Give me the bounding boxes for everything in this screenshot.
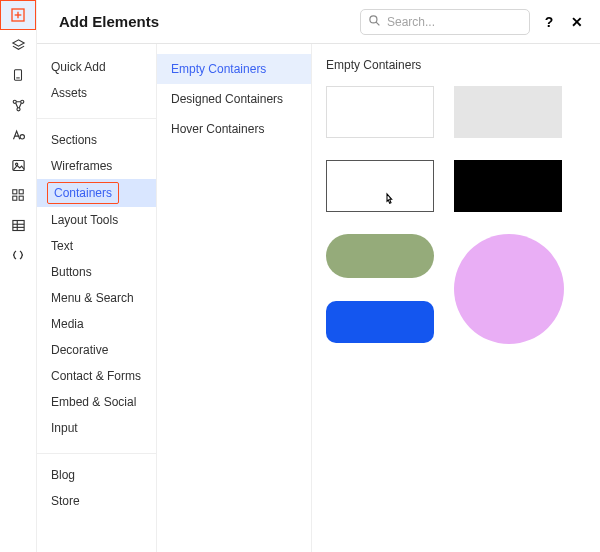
category-item[interactable]: Text — [37, 233, 156, 259]
apps-icon[interactable] — [0, 180, 36, 210]
category-item[interactable]: Quick Add — [37, 54, 156, 80]
category-item[interactable]: Menu & Search — [37, 285, 156, 311]
category-item[interactable]: Assets — [37, 80, 156, 106]
panel-header: Add Elements ? ✕ — [37, 0, 600, 44]
category-group: Quick AddAssets — [37, 54, 156, 114]
subcategory-item[interactable]: Designed Containers — [157, 84, 311, 114]
search-input[interactable] — [360, 9, 530, 35]
category-item-label: Containers — [47, 182, 119, 204]
svg-point-20 — [370, 15, 377, 22]
icon-rail — [0, 0, 36, 552]
svg-line-21 — [376, 22, 379, 25]
preview-heading: Empty Containers — [326, 58, 588, 72]
close-button[interactable]: ✕ — [568, 14, 586, 30]
container-white[interactable] — [326, 86, 434, 138]
search-icon — [368, 13, 381, 31]
svg-marker-3 — [12, 39, 23, 45]
category-item[interactable]: Wireframes — [37, 153, 156, 179]
svg-rect-4 — [15, 70, 22, 81]
app-root: Add Elements ? ✕ Quick AddAssetsSections… — [0, 0, 600, 552]
preview-grid — [326, 86, 588, 344]
svg-point-6 — [13, 100, 16, 103]
preview-pane: Empty Containers — [312, 44, 600, 552]
code-icon[interactable] — [0, 240, 36, 270]
svg-rect-14 — [13, 196, 17, 200]
svg-point-7 — [20, 100, 23, 103]
svg-rect-16 — [12, 220, 23, 230]
category-item[interactable]: Contact & Forms — [37, 363, 156, 389]
category-item[interactable]: Store — [37, 488, 156, 514]
image-icon[interactable] — [0, 150, 36, 180]
container-grey[interactable] — [454, 86, 562, 138]
add-element-icon[interactable] — [0, 0, 36, 30]
help-button[interactable]: ? — [540, 14, 558, 30]
category-group: SectionsWireframesContainersLayout Tools… — [37, 127, 156, 449]
search-wrap — [360, 9, 530, 35]
category-item[interactable]: Sections — [37, 127, 156, 153]
pointer-cursor-icon — [381, 191, 397, 213]
panel-body: Quick AddAssetsSectionsWireframesContain… — [37, 44, 600, 552]
container-outline[interactable] — [326, 160, 434, 212]
category-item[interactable]: Decorative — [37, 337, 156, 363]
category-list: Quick AddAssetsSectionsWireframesContain… — [37, 44, 157, 552]
category-separator — [37, 453, 156, 454]
container-black[interactable] — [454, 160, 562, 212]
main-panel: Add Elements ? ✕ Quick AddAssetsSections… — [36, 0, 600, 552]
subcategory-item[interactable]: Empty Containers — [157, 54, 311, 84]
container-pill-green[interactable] — [326, 234, 434, 278]
subcategory-item[interactable]: Hover Containers — [157, 114, 311, 144]
page-icon[interactable] — [0, 60, 36, 90]
share-icon[interactable] — [0, 90, 36, 120]
category-item[interactable]: Layout Tools — [37, 207, 156, 233]
subcategory-list: Empty ContainersDesigned ContainersHover… — [157, 44, 312, 552]
container-circle-pink[interactable] — [454, 234, 564, 344]
text-style-icon[interactable] — [0, 120, 36, 150]
category-item[interactable]: Input — [37, 415, 156, 441]
category-item[interactable]: Blog — [37, 462, 156, 488]
svg-point-9 — [20, 134, 24, 138]
category-group: BlogStore — [37, 462, 156, 522]
category-item[interactable]: Embed & Social — [37, 389, 156, 415]
svg-rect-13 — [19, 190, 23, 194]
category-item[interactable]: Buttons — [37, 259, 156, 285]
category-separator — [37, 118, 156, 119]
panel-title: Add Elements — [59, 13, 159, 30]
category-item[interactable]: Media — [37, 311, 156, 337]
svg-rect-15 — [19, 196, 23, 200]
svg-rect-12 — [13, 190, 17, 194]
table-icon[interactable] — [0, 210, 36, 240]
container-pill-blue[interactable] — [326, 301, 434, 343]
category-item[interactable]: Containers — [37, 179, 156, 207]
layers-icon[interactable] — [0, 30, 36, 60]
